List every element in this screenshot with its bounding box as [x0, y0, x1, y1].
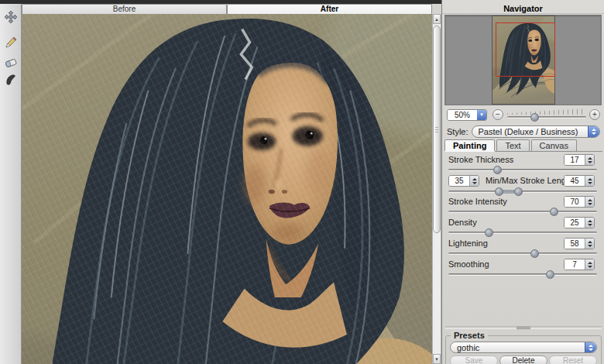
- presets-title: Presets: [451, 331, 488, 340]
- zoom-in-button[interactable]: +: [589, 109, 600, 120]
- stroke-direction-tool-button[interactable]: [3, 35, 19, 50]
- settings-tabbar: Painting Text Canvas: [444, 139, 602, 152]
- density-label: Density: [448, 217, 477, 228]
- preset-buttons-row: Save Delete Reset: [450, 355, 597, 364]
- navigator-title: Navigator: [442, 4, 604, 14]
- stroke-thickness-slider-handle[interactable]: [493, 166, 502, 174]
- tab-painting[interactable]: Painting: [444, 139, 495, 151]
- slider-track[interactable]: [448, 232, 597, 234]
- spinner-arrows-icon[interactable]: [469, 176, 479, 186]
- slider-track[interactable]: [448, 211, 597, 213]
- zoom-level-select[interactable]: 50% ▼: [447, 109, 487, 121]
- tab-before[interactable]: Before: [22, 4, 227, 14]
- zoom-slider[interactable]: [507, 108, 586, 121]
- min-stroke-length-spinner[interactable]: 35: [448, 175, 479, 187]
- slider-track[interactable]: [448, 252, 597, 255]
- splitter-grip-icon: [516, 327, 530, 328]
- smudge-icon: [3, 72, 19, 88]
- tab-canvas[interactable]: Canvas: [531, 139, 577, 151]
- max-stroke-length-value: 45: [565, 176, 585, 186]
- smoothing-value: 7: [565, 259, 585, 270]
- smoothing-slider[interactable]: [448, 270, 597, 280]
- preset-select[interactable]: gothic: [450, 342, 597, 353]
- max-stroke-length-handle[interactable]: [514, 187, 523, 196]
- scrollbar-grip: [435, 129, 438, 130]
- lightening-label: Lightening: [448, 238, 488, 249]
- stroke-intensity-value: 70: [565, 197, 585, 207]
- style-select[interactable]: Pastel (Deluxe / Business): [472, 125, 600, 138]
- app-window: Before After: [0, 0, 604, 364]
- eraser-tool-button[interactable]: [3, 55, 19, 70]
- spinner-arrows-icon[interactable]: [585, 239, 594, 249]
- zoom-out-button[interactable]: −: [492, 109, 503, 120]
- image-canvas[interactable]: [22, 14, 432, 364]
- navigator-viewport: [444, 15, 602, 105]
- scroll-down-icon[interactable]: ▼: [433, 354, 441, 364]
- tab-after[interactable]: After: [227, 4, 432, 14]
- lightening-slider[interactable]: [448, 249, 597, 259]
- scrollbar-thumb[interactable]: [433, 26, 441, 233]
- spinner-arrows-icon[interactable]: [585, 218, 594, 228]
- chevron-down-icon[interactable]: ▼: [477, 110, 486, 120]
- smoothing-spinner[interactable]: 7: [564, 259, 595, 270]
- zoom-slider-ticks: [507, 108, 586, 115]
- combo-arrows-icon[interactable]: [585, 342, 596, 352]
- reset-preset-button[interactable]: Reset: [549, 355, 597, 364]
- save-preset-button[interactable]: Save: [450, 355, 498, 364]
- stroke-intensity-label: Stroke Intensity: [448, 196, 507, 208]
- smudge-tool-button[interactable]: [3, 72, 19, 88]
- presets-group: Presets gothic Save Delete Reset: [445, 335, 602, 364]
- stroke-intensity-spinner[interactable]: 70: [564, 196, 595, 208]
- stroke-thickness-label: Stroke Thickness: [448, 154, 513, 166]
- stroke-thickness-spinner[interactable]: 17: [564, 154, 595, 166]
- delete-preset-button[interactable]: Delete: [499, 355, 547, 364]
- tab-text[interactable]: Text: [496, 139, 529, 151]
- eraser-icon: [3, 55, 19, 70]
- density-slider-handle[interactable]: [485, 228, 493, 237]
- preset-selected-value: gothic: [451, 342, 585, 352]
- style-label: Style:: [447, 127, 468, 136]
- density-spinner[interactable]: 25: [564, 217, 595, 228]
- navigator-selection-frame[interactable]: [496, 22, 555, 77]
- after-image: [22, 14, 432, 364]
- zoom-controls: 50% ▼ − +: [447, 108, 600, 122]
- move-icon: [3, 9, 19, 25]
- pencil-icon: [3, 35, 19, 50]
- smoothing-slider-handle[interactable]: [546, 270, 554, 279]
- max-stroke-length-spinner[interactable]: 45: [564, 175, 595, 187]
- density-value: 25: [565, 218, 585, 228]
- stroke-thickness-value: 17: [565, 155, 585, 165]
- lightening-slider-handle[interactable]: [530, 249, 539, 258]
- scroll-up-icon[interactable]: ▲: [433, 14, 441, 24]
- settings-panel: Navigator 50% ▼ − + Style: Pastel (Del: [441, 0, 604, 364]
- style-row: Style: Pastel (Deluxe / Business): [447, 125, 600, 138]
- panel-splitter[interactable]: [445, 326, 602, 329]
- stroke-thickness-slider[interactable]: [448, 166, 597, 175]
- min-max-stroke-length-label: Min/Max Stroke Length: [486, 175, 573, 187]
- spinner-arrows-icon[interactable]: [585, 259, 594, 270]
- move-tool-button[interactable]: [3, 9, 19, 25]
- stroke-intensity-slider[interactable]: [448, 208, 597, 217]
- spinner-arrows-icon[interactable]: [585, 155, 594, 165]
- view-tabbar: Before After: [22, 4, 432, 14]
- stroke-intensity-slider-handle[interactable]: [550, 208, 558, 216]
- min-stroke-length-handle[interactable]: [495, 187, 503, 196]
- zoom-slider-handle[interactable]: [530, 113, 539, 122]
- lightening-spinner[interactable]: 58: [564, 238, 595, 249]
- toolbar: [0, 4, 22, 364]
- smoothing-label: Smoothing: [448, 259, 489, 270]
- zoom-slider-track[interactable]: [507, 116, 586, 118]
- min-stroke-length-value: 35: [449, 176, 469, 186]
- spinner-arrows-icon[interactable]: [585, 176, 594, 186]
- zoom-level-value: 50%: [448, 110, 477, 120]
- combo-arrows-icon[interactable]: [588, 126, 599, 137]
- density-slider[interactable]: [448, 228, 597, 238]
- slider-track[interactable]: [448, 169, 597, 171]
- canvas-vertical-scrollbar[interactable]: ▲ ▼: [432, 14, 441, 364]
- lightening-value: 58: [565, 239, 585, 249]
- style-selected-value: Pastel (Deluxe / Business): [472, 126, 588, 137]
- slider-track[interactable]: [448, 273, 597, 276]
- spinner-arrows-icon[interactable]: [585, 197, 594, 207]
